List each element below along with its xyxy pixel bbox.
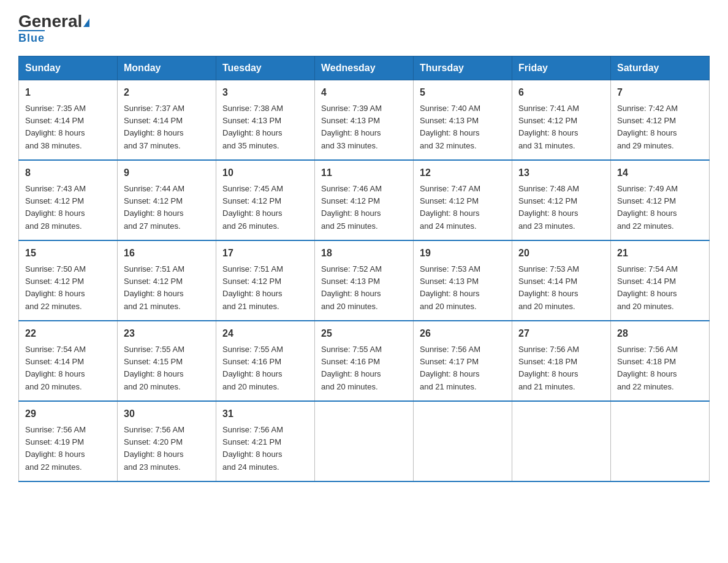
day-number: 12 <box>420 166 506 180</box>
table-row: 15 Sunrise: 7:50 AMSunset: 4:12 PMDaylig… <box>19 240 118 321</box>
table-row: 7 Sunrise: 7:42 AMSunset: 4:12 PMDayligh… <box>611 80 710 160</box>
table-row: 9 Sunrise: 7:44 AMSunset: 4:12 PMDayligh… <box>118 160 216 240</box>
day-info: Sunrise: 7:51 AMSunset: 4:12 PMDaylight:… <box>124 264 184 311</box>
table-row <box>315 401 414 481</box>
calendar-week-row: 22 Sunrise: 7:54 AMSunset: 4:14 PMDaylig… <box>19 321 710 401</box>
day-number: 13 <box>518 166 604 180</box>
logo: General Blue <box>18 12 89 45</box>
table-row: 4 Sunrise: 7:39 AMSunset: 4:13 PMDayligh… <box>315 80 414 160</box>
day-number: 1 <box>25 85 111 100</box>
day-info: Sunrise: 7:53 AMSunset: 4:14 PMDaylight:… <box>518 264 579 311</box>
logo-blue-text: Blue <box>18 30 45 45</box>
day-number: 11 <box>321 166 407 180</box>
table-row <box>414 401 512 481</box>
table-row: 14 Sunrise: 7:49 AMSunset: 4:12 PMDaylig… <box>611 160 710 240</box>
day-info: Sunrise: 7:54 AMSunset: 4:14 PMDaylight:… <box>617 264 678 311</box>
day-info: Sunrise: 7:45 AMSunset: 4:12 PMDaylight:… <box>222 184 283 231</box>
day-info: Sunrise: 7:39 AMSunset: 4:13 PMDaylight:… <box>321 104 382 150</box>
day-number: 14 <box>617 166 703 180</box>
table-row: 8 Sunrise: 7:43 AMSunset: 4:12 PMDayligh… <box>19 160 118 240</box>
day-number: 22 <box>25 326 111 341</box>
day-number: 18 <box>321 246 407 261</box>
day-info: Sunrise: 7:47 AMSunset: 4:12 PMDaylight:… <box>420 184 480 231</box>
col-sunday: Sunday <box>19 56 118 80</box>
day-info: Sunrise: 7:56 AMSunset: 4:19 PMDaylight:… <box>25 425 86 472</box>
table-row: 13 Sunrise: 7:48 AMSunset: 4:12 PMDaylig… <box>512 160 611 240</box>
calendar-header-row: Sunday Monday Tuesday Wednesday Thursday… <box>19 56 710 80</box>
table-row: 30 Sunrise: 7:56 AMSunset: 4:20 PMDaylig… <box>118 401 216 481</box>
calendar-week-row: 29 Sunrise: 7:56 AMSunset: 4:19 PMDaylig… <box>19 401 710 481</box>
day-info: Sunrise: 7:56 AMSunset: 4:18 PMDaylight:… <box>617 345 678 391</box>
day-info: Sunrise: 7:56 AMSunset: 4:21 PMDaylight:… <box>222 425 283 472</box>
day-number: 7 <box>617 85 703 100</box>
col-wednesday: Wednesday <box>315 56 414 80</box>
day-number: 26 <box>420 326 506 341</box>
calendar-week-row: 15 Sunrise: 7:50 AMSunset: 4:12 PMDaylig… <box>19 240 710 321</box>
day-info: Sunrise: 7:55 AMSunset: 4:16 PMDaylight:… <box>321 345 382 391</box>
calendar-table: Sunday Monday Tuesday Wednesday Thursday… <box>18 56 710 482</box>
day-number: 9 <box>124 166 210 180</box>
table-row: 16 Sunrise: 7:51 AMSunset: 4:12 PMDaylig… <box>118 240 216 321</box>
table-row: 12 Sunrise: 7:47 AMSunset: 4:12 PMDaylig… <box>414 160 512 240</box>
day-info: Sunrise: 7:56 AMSunset: 4:18 PMDaylight:… <box>518 345 579 391</box>
table-row: 31 Sunrise: 7:56 AMSunset: 4:21 PMDaylig… <box>216 401 315 481</box>
table-row: 22 Sunrise: 7:54 AMSunset: 4:14 PMDaylig… <box>19 321 118 401</box>
day-number: 6 <box>518 85 604 100</box>
table-row: 17 Sunrise: 7:51 AMSunset: 4:12 PMDaylig… <box>216 240 315 321</box>
table-row: 25 Sunrise: 7:55 AMSunset: 4:16 PMDaylig… <box>315 321 414 401</box>
table-row: 27 Sunrise: 7:56 AMSunset: 4:18 PMDaylig… <box>512 321 611 401</box>
day-number: 15 <box>25 246 111 261</box>
day-info: Sunrise: 7:50 AMSunset: 4:12 PMDaylight:… <box>25 264 86 311</box>
day-info: Sunrise: 7:35 AMSunset: 4:14 PMDaylight:… <box>25 104 86 150</box>
day-info: Sunrise: 7:43 AMSunset: 4:12 PMDaylight:… <box>25 184 86 231</box>
table-row <box>512 401 611 481</box>
day-info: Sunrise: 7:56 AMSunset: 4:20 PMDaylight:… <box>124 425 184 472</box>
col-tuesday: Tuesday <box>216 56 315 80</box>
table-row: 18 Sunrise: 7:52 AMSunset: 4:13 PMDaylig… <box>315 240 414 321</box>
day-info: Sunrise: 7:46 AMSunset: 4:12 PMDaylight:… <box>321 184 382 231</box>
day-number: 20 <box>518 246 604 261</box>
day-number: 23 <box>124 326 210 341</box>
day-info: Sunrise: 7:49 AMSunset: 4:12 PMDaylight:… <box>617 184 678 231</box>
logo-general-text: General <box>18 12 89 31</box>
day-number: 19 <box>420 246 506 261</box>
day-info: Sunrise: 7:37 AMSunset: 4:14 PMDaylight:… <box>124 104 184 150</box>
table-row: 28 Sunrise: 7:56 AMSunset: 4:18 PMDaylig… <box>611 321 710 401</box>
day-number: 31 <box>222 407 308 421</box>
day-number: 5 <box>420 85 506 100</box>
day-info: Sunrise: 7:55 AMSunset: 4:16 PMDaylight:… <box>222 345 283 391</box>
page-header: General Blue <box>18 12 710 45</box>
day-info: Sunrise: 7:42 AMSunset: 4:12 PMDaylight:… <box>617 104 678 150</box>
day-number: 10 <box>222 166 308 180</box>
table-row <box>611 401 710 481</box>
day-info: Sunrise: 7:44 AMSunset: 4:12 PMDaylight:… <box>124 184 184 231</box>
day-info: Sunrise: 7:55 AMSunset: 4:15 PMDaylight:… <box>124 345 184 391</box>
table-row: 3 Sunrise: 7:38 AMSunset: 4:13 PMDayligh… <box>216 80 315 160</box>
col-saturday: Saturday <box>611 56 710 80</box>
day-info: Sunrise: 7:54 AMSunset: 4:14 PMDaylight:… <box>25 345 86 391</box>
calendar-week-row: 8 Sunrise: 7:43 AMSunset: 4:12 PMDayligh… <box>19 160 710 240</box>
day-number: 28 <box>617 326 703 341</box>
col-monday: Monday <box>118 56 216 80</box>
table-row: 24 Sunrise: 7:55 AMSunset: 4:16 PMDaylig… <box>216 321 315 401</box>
day-info: Sunrise: 7:40 AMSunset: 4:13 PMDaylight:… <box>420 104 480 150</box>
day-number: 24 <box>222 326 308 341</box>
day-number: 8 <box>25 166 111 180</box>
col-thursday: Thursday <box>414 56 512 80</box>
day-number: 21 <box>617 246 703 261</box>
table-row: 21 Sunrise: 7:54 AMSunset: 4:14 PMDaylig… <box>611 240 710 321</box>
day-number: 3 <box>222 85 308 100</box>
table-row: 5 Sunrise: 7:40 AMSunset: 4:13 PMDayligh… <box>414 80 512 160</box>
day-number: 29 <box>25 407 111 421</box>
day-number: 25 <box>321 326 407 341</box>
day-number: 2 <box>124 85 210 100</box>
table-row: 20 Sunrise: 7:53 AMSunset: 4:14 PMDaylig… <box>512 240 611 321</box>
table-row: 10 Sunrise: 7:45 AMSunset: 4:12 PMDaylig… <box>216 160 315 240</box>
day-info: Sunrise: 7:38 AMSunset: 4:13 PMDaylight:… <box>222 104 283 150</box>
day-info: Sunrise: 7:52 AMSunset: 4:13 PMDaylight:… <box>321 264 382 311</box>
day-info: Sunrise: 7:53 AMSunset: 4:13 PMDaylight:… <box>420 264 480 311</box>
table-row: 19 Sunrise: 7:53 AMSunset: 4:13 PMDaylig… <box>414 240 512 321</box>
table-row: 2 Sunrise: 7:37 AMSunset: 4:14 PMDayligh… <box>118 80 216 160</box>
col-friday: Friday <box>512 56 611 80</box>
table-row: 29 Sunrise: 7:56 AMSunset: 4:19 PMDaylig… <box>19 401 118 481</box>
